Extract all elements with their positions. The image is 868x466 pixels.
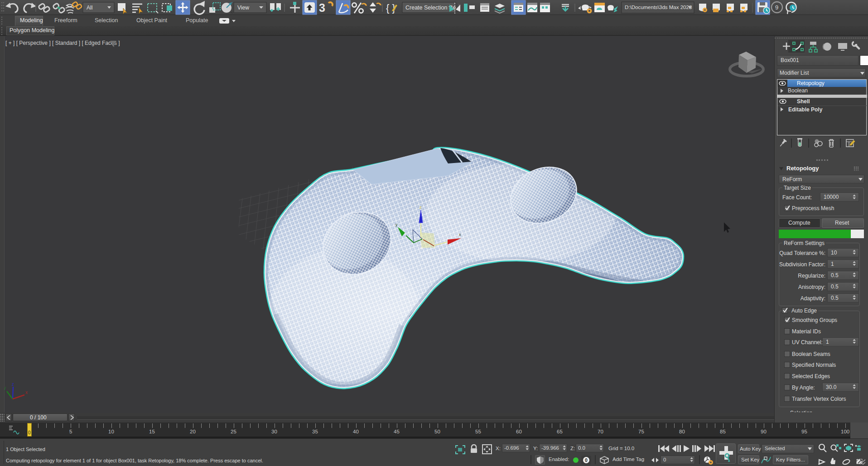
svg-text:9: 9 [775, 4, 778, 11]
svg-text:View: View [237, 5, 249, 11]
svg-text:D:\Documents\3ds Max 2023: D:\Documents\3ds Max 2023 [625, 5, 692, 10]
svg-text:Create Selection Se: Create Selection Se [405, 5, 456, 11]
svg-text:3: 3 [319, 1, 325, 14]
svg-text:All: All [87, 5, 92, 11]
